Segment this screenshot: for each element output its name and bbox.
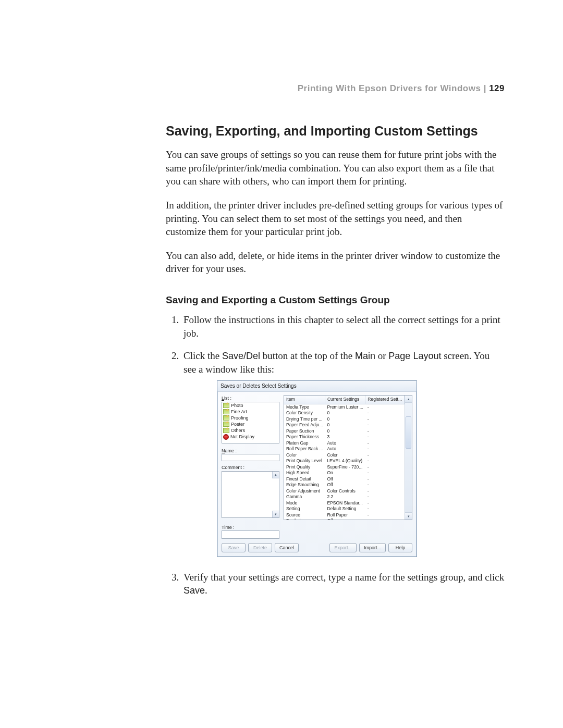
comment-field-row: Comment : ▴ ▾ [222,464,279,517]
table-cell: Platen Gap [284,440,325,447]
table-row[interactable]: High SpeedOn- [284,470,405,476]
table-cell: Paper Suction [284,428,325,435]
table-cell: Finest Detail [284,476,325,483]
export-button[interactable]: Export... [329,543,357,552]
comment-input[interactable]: ▴ ▾ [222,471,279,518]
table-scrollbar[interactable]: ▴ ▾ [405,396,412,520]
not-display-icon [223,434,229,440]
list-item[interactable]: Poster [222,421,279,427]
table-cell: Default Setting [325,506,365,512]
list-item-label: Proofing [231,415,249,421]
settings-table-pane[interactable]: Item Current Settings Registered Sett...… [284,396,405,520]
table-cell: 0 [325,422,365,428]
photo-icon [223,428,229,433]
table-row[interactable]: ModeEPSON Standar...- [284,500,405,507]
table-cell: Gamma [284,494,325,500]
save-term: Save [183,585,205,596]
list-item[interactable]: Not Display [222,434,279,440]
table-cell: - [365,518,405,520]
col-registered[interactable]: Registered Sett... [365,396,405,404]
table-cell: - [365,458,405,464]
dialog-right-pane: Item Current Settings Registered Sett...… [284,395,412,539]
step-3-text-a: Verify that your settings are correct, t… [183,572,504,583]
table-cell: LEVEL 4 (Quality) [325,458,365,464]
list-item[interactable]: Photo [222,402,279,409]
table-cell: Off [325,476,365,483]
list-item[interactable]: Proofing [222,415,279,421]
name-input[interactable] [222,454,279,461]
table-cell: Paper Feed Adju... [284,422,325,428]
table-row[interactable]: Print QualitySuperFine - 720...- [284,464,405,471]
list-item[interactable]: Fine Art [222,409,279,415]
table-cell: SuperFine - 720... [325,464,365,471]
table-row[interactable]: Roll Paper Back ...Auto- [284,446,405,452]
cancel-button[interactable]: Cancel [275,543,299,552]
import-button[interactable]: Import... [359,543,386,552]
table-row[interactable]: Print Quality LevelLEVEL 4 (Quality)- [284,458,405,464]
table-row[interactable]: Color Density0- [284,410,405,416]
table-cell: 0 [325,428,365,435]
para-1: You can save groups of settings so you c… [166,148,505,188]
table-row[interactable]: Paper Feed Adju...0- [284,422,405,428]
table-cell: - [365,410,405,416]
step-3: Verify that your settings are correct, t… [181,571,505,597]
table-row[interactable]: Paper Thickness3- [284,434,405,440]
list-item[interactable]: Others [222,427,279,434]
table-row[interactable]: Media TypePremium Luster ...- [284,404,405,410]
col-item[interactable]: Item [284,396,325,404]
scroll-thumb[interactable] [406,416,411,449]
running-header: Printing With Epson Drivers for Windows … [166,83,505,94]
main-term: Main [355,351,375,361]
time-label: Time : [222,525,235,530]
list-item-label: Not Display [230,434,254,440]
table-row[interactable]: SettingDefault Setting- [284,506,405,512]
table-row[interactable]: Finest DetailOff- [284,476,405,483]
list-item-label: Others [231,427,245,434]
dialog-saves-deletes: Saves or Deletes Select Settings List : … [217,380,417,557]
table-cell: Setting [284,506,325,512]
settings-table-wrap: Item Current Settings Registered Sett...… [284,395,412,520]
table-cell: - [365,506,405,512]
scroll-down-icon[interactable]: ▾ [405,512,412,520]
table-row[interactable]: Gamma2.2- [284,494,405,500]
table-row[interactable]: Platen GapAuto- [284,440,405,447]
step-1: Follow the instructions in this chapter … [181,313,505,340]
table-cell: 3 [325,434,365,440]
settings-listbox[interactable]: Photo Fine Art Proofing Poster Others No… [222,402,279,443]
table-row[interactable]: BorderlessOff- [284,518,405,520]
table-cell: On [325,470,365,476]
table-cell: - [365,470,405,476]
table-cell: - [365,464,405,471]
header-sep: | [481,83,489,93]
table-cell: Color [325,452,365,459]
table-row[interactable]: Color AdjustmentColor Controls- [284,488,405,495]
scroll-up-icon[interactable]: ▴ [272,472,279,478]
scroll-up-icon[interactable]: ▴ [405,396,412,403]
delete-button[interactable]: Delete [248,543,272,552]
list-label: List : [222,395,279,401]
dialog-figure: Saves or Deletes Select Settings List : … [217,380,505,557]
subsection-heading: Saving and Exporting a Custom Settings G… [166,294,505,306]
save-del-term: Save/Del [222,351,260,361]
table-cell: Paper Thickness [284,434,325,440]
table-row[interactable]: SourceRoll Paper- [284,512,405,519]
table-cell: Media Type [284,404,325,410]
help-button[interactable]: Help [388,543,412,552]
dialog-title: Saves or Deletes Select Settings [217,381,417,392]
table-cell: High Speed [284,470,325,476]
table-cell: - [365,476,405,483]
dialog-body: List : Photo Fine Art Proofing Poster Ot… [217,392,417,543]
table-cell: Print Quality [284,464,325,471]
table-row[interactable]: Drying Time per ...0- [284,416,405,423]
table-row[interactable]: ColorColor- [284,452,405,459]
steps-list: Follow the instructions in this chapter … [166,313,505,597]
table-row[interactable]: Paper Suction0- [284,428,405,435]
table-cell: - [365,488,405,495]
photo-icon [223,415,229,421]
list-item-label: Fine Art [231,409,247,415]
table-row[interactable]: Edge SmoothingOff- [284,482,405,488]
scroll-down-icon[interactable]: ▾ [272,511,279,517]
col-current[interactable]: Current Settings [325,396,365,404]
save-button[interactable]: Save [222,543,246,552]
table-cell: Color Density [284,410,325,416]
